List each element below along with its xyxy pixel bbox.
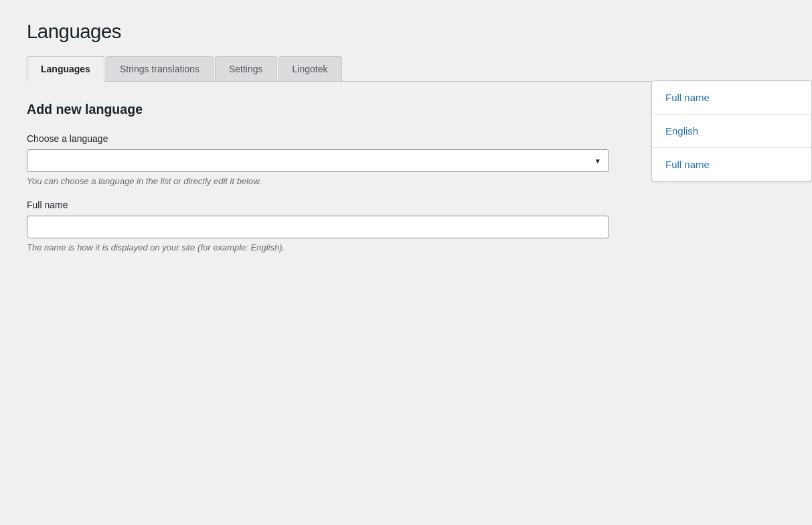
sidebar-item-1[interactable]: English: [652, 115, 811, 148]
full-name-field: Full name The name is how it is displaye…: [27, 200, 629, 252]
tabs-bar: Languages Strings translations Settings …: [27, 56, 785, 82]
full-name-hint: The name is how it is displayed on your …: [27, 242, 609, 252]
page-title: Languages: [27, 20, 785, 43]
add-new-language-title: Add new language: [27, 102, 629, 117]
full-name-input[interactable]: [27, 216, 609, 238]
content-area: Add new language Choose a language You c…: [27, 102, 785, 266]
sidebar-item-0[interactable]: Full name: [652, 81, 811, 115]
main-content: Add new language Choose a language You c…: [27, 102, 629, 266]
tab-strings-translations[interactable]: Strings translations: [106, 56, 214, 81]
tab-lingotek[interactable]: Lingotek: [278, 56, 342, 81]
page-wrapper: Languages Languages Strings translations…: [0, 0, 812, 286]
language-select-hint: You can choose a language in the list or…: [27, 176, 609, 186]
tab-settings[interactable]: Settings: [215, 56, 277, 81]
language-select-wrapper: [27, 149, 609, 172]
language-select[interactable]: [27, 149, 609, 172]
language-select-field: Choose a language You can choose a langu…: [27, 133, 629, 186]
full-name-label: Full name: [27, 200, 629, 210]
sidebar-item-2[interactable]: Full name: [652, 148, 811, 181]
tab-languages[interactable]: Languages: [27, 56, 104, 82]
sidebar-panel: Full name English Full name: [651, 80, 812, 181]
language-select-label: Choose a language: [27, 133, 629, 144]
